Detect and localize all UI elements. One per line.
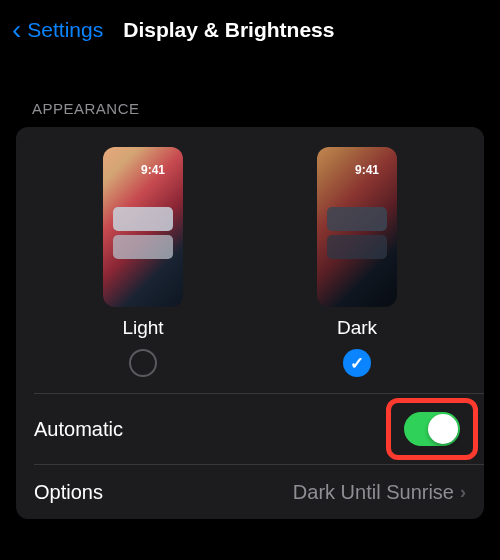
options-row[interactable]: Options Dark Until Sunrise › <box>16 465 484 519</box>
appearance-panel: 9:41 Light 9:41 Dark ✓ <box>16 127 484 519</box>
light-label: Light <box>122 317 163 339</box>
nav-bar: ‹ Settings Display & Brightness <box>0 0 500 60</box>
chevron-right-icon: › <box>460 482 466 503</box>
preview-widget <box>113 207 173 231</box>
dark-label: Dark <box>337 317 377 339</box>
automatic-label: Automatic <box>34 418 123 441</box>
dark-mode-preview: 9:41 <box>317 147 397 307</box>
preview-time: 9:41 <box>355 163 379 177</box>
automatic-toggle[interactable] <box>404 412 460 446</box>
page-title: Display & Brightness <box>123 18 334 42</box>
preview-widget <box>327 207 387 231</box>
section-header-appearance: APPEARANCE <box>0 60 500 127</box>
appearance-options-row: 9:41 Light 9:41 Dark ✓ <box>16 127 484 393</box>
preview-widget <box>327 235 387 259</box>
options-value: Dark Until Sunrise › <box>293 481 466 504</box>
options-label: Options <box>34 481 103 504</box>
automatic-row: Automatic <box>16 394 484 464</box>
preview-widget <box>113 235 173 259</box>
appearance-option-light[interactable]: 9:41 Light <box>103 147 183 377</box>
toggle-knob <box>428 414 458 444</box>
back-button[interactable]: Settings <box>27 18 103 42</box>
appearance-option-dark[interactable]: 9:41 Dark ✓ <box>317 147 397 377</box>
light-mode-preview: 9:41 <box>103 147 183 307</box>
light-radio[interactable] <box>129 349 157 377</box>
checkmark-icon: ✓ <box>350 353 364 374</box>
back-chevron-icon[interactable]: ‹ <box>12 16 21 44</box>
dark-radio[interactable]: ✓ <box>343 349 371 377</box>
options-value-text: Dark Until Sunrise <box>293 481 454 504</box>
preview-time: 9:41 <box>141 163 165 177</box>
